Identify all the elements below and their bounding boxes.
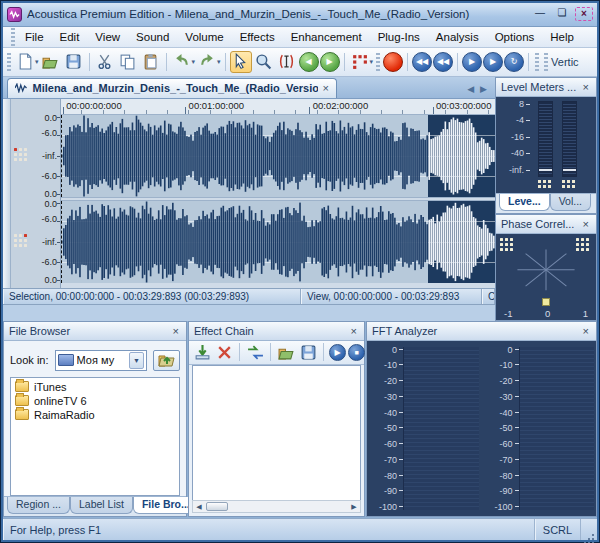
level-meters-close-icon[interactable]: × (581, 81, 591, 93)
redo-button[interactable] (196, 51, 218, 73)
previous-button[interactable]: ◀ (299, 52, 319, 72)
tab-label-list[interactable]: Label List (70, 497, 133, 514)
menu-effects[interactable]: Effects (232, 29, 283, 45)
undo-button[interactable] (171, 51, 193, 73)
close-button[interactable]: × (575, 7, 593, 21)
toolbar-grip-2[interactable] (376, 53, 380, 71)
tab-scroll-right-icon[interactable]: ▶ (480, 84, 487, 94)
menu-view[interactable]: View (87, 29, 128, 45)
effect-chain-list[interactable] (192, 365, 361, 500)
tab-region-list[interactable]: Region ... (7, 497, 70, 514)
fft-title-bar[interactable]: FFT Analyzer × (367, 322, 596, 341)
paste-button[interactable] (140, 51, 162, 73)
menu-help[interactable]: Help (542, 29, 582, 45)
save-button[interactable] (63, 51, 85, 73)
menu-enhancement[interactable]: Enhancement (283, 29, 370, 45)
tab-close-icon[interactable]: × (323, 82, 329, 94)
menu-volume[interactable]: Volume (177, 29, 231, 45)
right-meter-options-icon[interactable] (562, 180, 576, 192)
add-effect-button[interactable] (192, 342, 212, 362)
effect-chain-hscrollbar[interactable]: ◀ ▶ (192, 500, 361, 513)
apply-chain-button[interactable] (245, 342, 265, 362)
channel1-waveform[interactable] (61, 115, 495, 197)
play-button[interactable]: ▶ (462, 52, 482, 72)
preview-play-button[interactable]: ▶ (329, 344, 346, 361)
playback-cursor[interactable] (61, 115, 62, 197)
look-in-combobox[interactable]: Моя му ▼ (55, 350, 147, 371)
copy-button[interactable] (117, 51, 139, 73)
channel2-select-icon[interactable] (14, 234, 30, 250)
minimize-button[interactable]: — (531, 7, 549, 21)
phase-display: -1 0 1 (496, 234, 596, 320)
zoom-tool-button[interactable] (253, 51, 275, 73)
effect-chain-close-icon[interactable]: × (349, 325, 359, 337)
list-item[interactable]: RaimaRadio (11, 408, 179, 422)
menu-analysis[interactable]: Analysis (428, 29, 487, 45)
toolbar-grip-4[interactable] (544, 53, 548, 71)
music-folder-icon (58, 354, 74, 366)
toolbar-grip-3[interactable] (535, 53, 539, 71)
toolbar-grip[interactable] (7, 53, 11, 71)
rewind-button[interactable]: ◀◀ (433, 52, 453, 72)
preview-stop-button[interactable]: ■ (348, 344, 365, 361)
file-browser-title-bar[interactable]: File Browser × (4, 322, 186, 341)
playback-cursor-2[interactable] (61, 201, 62, 283)
document-tab[interactable]: Milena_and_Murzin_Denis_-_Touch_Me_(Radi… (7, 78, 337, 98)
menu-edit[interactable]: Edit (52, 29, 88, 45)
tab-level-meters[interactable]: Leve... (499, 194, 550, 211)
cut-button[interactable] (94, 51, 116, 73)
left-splitter[interactable] (3, 99, 11, 288)
redo-arrow-icon (199, 53, 216, 70)
block-select-button[interactable] (349, 51, 371, 73)
menu-plugins[interactable]: Plug-Ins (370, 29, 428, 45)
list-item[interactable]: onlineTV 6 (11, 394, 179, 408)
waveform-plot[interactable]: 00:00:00:000 00:01:00:000 00:02:00:000 0… (61, 99, 495, 288)
play-cursor-button[interactable]: ▶ (483, 52, 503, 72)
file-browser-close-icon[interactable]: × (171, 325, 181, 337)
next-button[interactable]: ▶ (320, 52, 340, 72)
folder-up-button[interactable] (153, 350, 180, 371)
scrub-tool-button[interactable] (276, 51, 298, 73)
select-tool-button[interactable] (230, 51, 252, 73)
fft-right-channel: 0-10-20-30-40-50-60-70-80-90-100 (483, 343, 597, 514)
maximize-button[interactable]: ❏ (553, 7, 571, 21)
waveform-editor[interactable]: 0.0 -6.0 -inf. -6.0 0.0 0.0 -6.0 -inf. -… (3, 99, 495, 289)
look-in-value: Моя му (77, 354, 126, 366)
phase-options-left-icon[interactable] (500, 238, 516, 254)
menu-options[interactable]: Options (487, 29, 543, 45)
menu-bar: File Edit View Sound Volume Effects Enha… (3, 27, 597, 48)
phase-title-bar[interactable]: Phase Correl... × (496, 215, 596, 234)
resize-grip[interactable] (581, 519, 597, 540)
effect-chain-toolbar: ▶ ■ (189, 341, 364, 365)
tab-volume[interactable]: Vol... (550, 194, 591, 211)
left-meter-options-icon[interactable] (538, 180, 552, 192)
new-button[interactable] (14, 51, 36, 73)
open-button[interactable] (40, 51, 62, 73)
record-button[interactable] (383, 52, 403, 72)
scroll-thumb[interactable] (206, 502, 228, 511)
menu-file[interactable]: File (17, 29, 52, 45)
open-chain-button[interactable] (276, 342, 296, 362)
combo-dropdown-icon[interactable]: ▼ (129, 352, 144, 369)
go-to-start-button[interactable]: ◀◀ (412, 52, 432, 72)
save-chain-button[interactable] (298, 342, 318, 362)
scroll-left-icon[interactable]: ◀ (193, 501, 205, 512)
time-ruler[interactable]: 00:00:00:000 00:01:00:000 00:02:00:000 0… (61, 99, 495, 115)
apply-arrows-icon (247, 344, 264, 361)
level-meters-title: Level Meters ... (501, 81, 581, 93)
effect-chain-title-bar[interactable]: Effect Chain × (189, 322, 364, 341)
folder-list[interactable]: iTunes onlineTV 6 RaimaRadio (10, 377, 180, 496)
list-item[interactable]: iTunes (11, 380, 179, 394)
phase-close-icon[interactable]: × (581, 218, 591, 230)
channel1-select-icon[interactable] (14, 148, 30, 164)
phase-options-right-icon[interactable] (576, 238, 592, 254)
scroll-right-icon[interactable]: ▶ (348, 501, 360, 512)
folder-up-icon (158, 353, 176, 367)
tab-scroll-left-icon[interactable]: ◀ (467, 84, 474, 94)
level-meters-title-bar[interactable]: Level Meters ... × (496, 78, 596, 97)
menu-sound[interactable]: Sound (128, 29, 177, 45)
loop-button[interactable]: ↻ (504, 52, 524, 72)
fft-close-icon[interactable]: × (581, 325, 591, 337)
delete-effect-button[interactable] (214, 342, 234, 362)
channel2-waveform[interactable] (61, 201, 495, 283)
